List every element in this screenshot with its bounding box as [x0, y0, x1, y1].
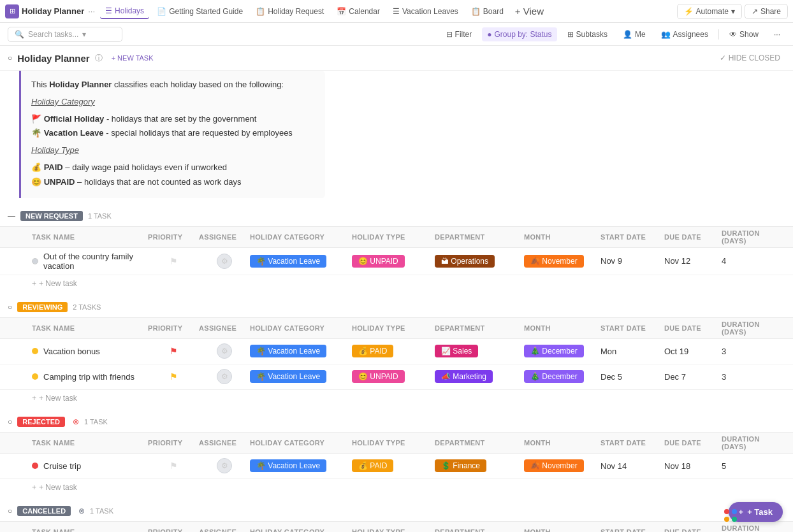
assignees-button[interactable]: 👥 Assignees — [656, 27, 713, 41]
share-label: Share — [760, 7, 781, 16]
month-cell-1[interactable]: 🍂 November — [524, 255, 600, 268]
tab-calendar[interactable]: 📅 Calendar — [331, 4, 385, 18]
department-cell-3[interactable]: 📣 Marketing — [435, 370, 524, 383]
page-title: Holiday Planner — [17, 53, 89, 64]
planner-toggle[interactable]: ○ — [8, 54, 12, 62]
assignee-avatar-4: ⚙ — [217, 458, 232, 473]
group-by-button[interactable]: ● Group by: Status — [482, 27, 557, 41]
share-button[interactable]: ↗ Share — [745, 4, 788, 19]
group-label: Group by: Status — [495, 30, 552, 39]
section-header-reviewing: ○ REVIEWING 2 TASKS — [0, 297, 793, 317]
reviewing-toggle[interactable]: ○ — [8, 303, 12, 312]
subtasks-button[interactable]: ⊞ Subtasks — [562, 27, 613, 41]
holiday-category-link[interactable]: Holiday Category — [31, 97, 95, 106]
search-chevron: ▾ — [82, 30, 86, 39]
month-cell-4[interactable]: 🍂 November — [524, 459, 600, 472]
department-cell-1[interactable]: 🏔 Operations — [435, 255, 524, 268]
assignee-cell-1[interactable]: ⚙ — [199, 254, 250, 269]
holiday-category-cell-3[interactable]: 🌴 Vacation Leave — [250, 370, 352, 383]
search-icon: 🔍 — [15, 30, 24, 39]
table-row[interactable]: Camping trip with friends ⚑ ⚙ 🌴 Vacation… — [0, 364, 793, 390]
add-task-new-request[interactable]: + + New task — [0, 275, 793, 292]
add-view-button[interactable]: + View — [511, 3, 548, 19]
tab-holidays[interactable]: ☰ Holidays — [100, 4, 149, 19]
col-headers-reviewing: TASK NAME PRIORITY ASSIGNEE HOLIDAY CATE… — [0, 317, 793, 339]
start-date-cell-4: Nov 14 — [600, 461, 664, 471]
assignee-avatar-3: ⚙ — [217, 369, 232, 384]
assignee-avatar-1: ⚙ — [217, 254, 232, 269]
duration-cell-1: 4 — [722, 256, 785, 266]
holiday-category-cell-4[interactable]: 🌴 Vacation Leave — [250, 459, 352, 472]
section-header-rejected: ○ REJECTED ⊗ 1 TASK — [0, 412, 793, 432]
holiday-type-tag-4: 💰 PAID — [352, 459, 393, 472]
col-headers-new-request: TASK NAME PRIORITY ASSIGNEE HOLIDAY CATE… — [0, 226, 793, 248]
tab-holiday-request-label: Holiday Request — [268, 7, 324, 16]
more-options-button[interactable]: ··· — [769, 27, 785, 41]
holiday-type-cell-2[interactable]: 💰 PAID — [352, 345, 435, 357]
tab-getting-started[interactable]: 📄 Getting Started Guide — [152, 4, 248, 18]
priority-cell-2[interactable]: ⚑ — [148, 346, 199, 356]
automate-button[interactable]: ⚡ Automate ▾ — [677, 4, 742, 19]
holiday-category-tag-1: 🌴 Vacation Leave — [250, 255, 326, 268]
group-rejected: ○ REJECTED ⊗ 1 TASK TASK NAME PRIORITY A… — [0, 412, 793, 496]
show-button[interactable]: 👁 Show — [724, 27, 764, 41]
assignee-cell-4[interactable]: ⚙ — [199, 458, 250, 473]
group-cancelled: ○ CANCELLED ⊗ 1 TASK TASK NAME PRIORITY … — [0, 501, 793, 532]
grid-dot-3 — [724, 517, 729, 522]
col-start-date: START DATE — [600, 233, 664, 241]
assignee-cell-2[interactable]: ⚙ — [199, 343, 250, 359]
rejected-toggle[interactable]: ○ — [8, 417, 12, 426]
me-button[interactable]: 👤 Me — [618, 27, 651, 41]
month-cell-2[interactable]: 🎄 December — [524, 345, 600, 357]
holiday-type-cell-1[interactable]: 😊 UNPAID — [352, 255, 435, 268]
new-request-badge: NEW REQUEST — [20, 211, 83, 221]
table-row[interactable]: Out of the country family vacation ⚑ ⚙ 🌴… — [0, 248, 793, 275]
automate-chevron: ▾ — [731, 7, 735, 16]
type-item-paid: 💰 PAID – daily wage paid holidays even i… — [31, 161, 315, 175]
category-item-vacation: 🌴 Vacation Leave - special holidays that… — [31, 127, 315, 140]
cancelled-circle-icon: ⊗ — [78, 507, 85, 515]
task-name-2: Vacation bonus — [32, 347, 148, 356]
start-date-cell-2: Mon — [600, 347, 664, 356]
table-row[interactable]: Cruise trip ⚑ ⚙ 🌴 Vacation Leave 💰 PAID … — [0, 454, 793, 479]
holiday-type-tag-2: 💰 PAID — [352, 345, 393, 357]
holiday-type-cell-3[interactable]: 😊 UNPAID — [352, 370, 435, 383]
holiday-type-link[interactable]: Holiday Type — [31, 145, 79, 155]
assignees-label: Assignees — [673, 30, 708, 39]
new-request-toggle[interactable]: — — [8, 212, 15, 220]
add-task-rejected[interactable]: + + New task — [0, 479, 793, 496]
assignee-cell-3[interactable]: ⚙ — [199, 369, 250, 384]
search-input[interactable]: 🔍 Search tasks... ▾ — [8, 27, 122, 42]
me-label: Me — [635, 30, 646, 39]
department-cell-2[interactable]: 📈 Sales — [435, 345, 524, 357]
type-item-unpaid: 😊 UNPAID – holidays that are not counted… — [31, 176, 315, 189]
grid-icon-button[interactable] — [724, 509, 737, 522]
add-task-reviewing[interactable]: + + New task — [0, 390, 793, 406]
hide-closed-button[interactable]: ✓ HIDE CLOSED — [715, 51, 785, 65]
tab-getting-started-label: Getting Started Guide — [169, 7, 243, 16]
filter-button[interactable]: ⊟ Filter — [441, 27, 477, 41]
tab-holiday-request[interactable]: 📋 Holiday Request — [251, 4, 329, 18]
tab-board[interactable]: 📋 Board — [466, 4, 509, 18]
priority-flag-2: ⚑ — [170, 346, 178, 356]
department-cell-4[interactable]: 💲 Finance — [435, 459, 524, 472]
month-cell-3[interactable]: 🎄 December — [524, 370, 600, 383]
info-icon[interactable]: ⓘ — [95, 53, 103, 64]
tab-vacation-leaves[interactable]: ☰ Vacation Leaves — [388, 4, 463, 18]
automate-label: Automate — [696, 7, 729, 16]
table-row[interactable]: Vacation bonus ⚑ ⚙ 🌴 Vacation Leave 💰 PA… — [0, 339, 793, 364]
priority-cell-1[interactable]: ⚑ — [148, 256, 199, 266]
col-holiday-category: HOLIDAY CATEGORY — [250, 233, 352, 241]
new-task-button[interactable]: + NEW TASK — [108, 53, 157, 63]
filter-label: Filter — [455, 30, 472, 39]
holiday-category-cell-2[interactable]: 🌴 Vacation Leave — [250, 345, 352, 357]
cancelled-toggle[interactable]: ○ — [8, 507, 12, 515]
calendar-icon: 📅 — [337, 7, 346, 16]
toolbar-divider — [718, 29, 719, 40]
holiday-type-cell-4[interactable]: 💰 PAID — [352, 459, 435, 472]
priority-cell-4[interactable]: ⚑ — [148, 461, 199, 471]
project-menu-dots[interactable]: ··· — [88, 6, 95, 16]
getting-started-icon: 📄 — [157, 7, 166, 16]
holiday-category-cell-1[interactable]: 🌴 Vacation Leave — [250, 255, 352, 268]
priority-cell-3[interactable]: ⚑ — [148, 371, 199, 382]
